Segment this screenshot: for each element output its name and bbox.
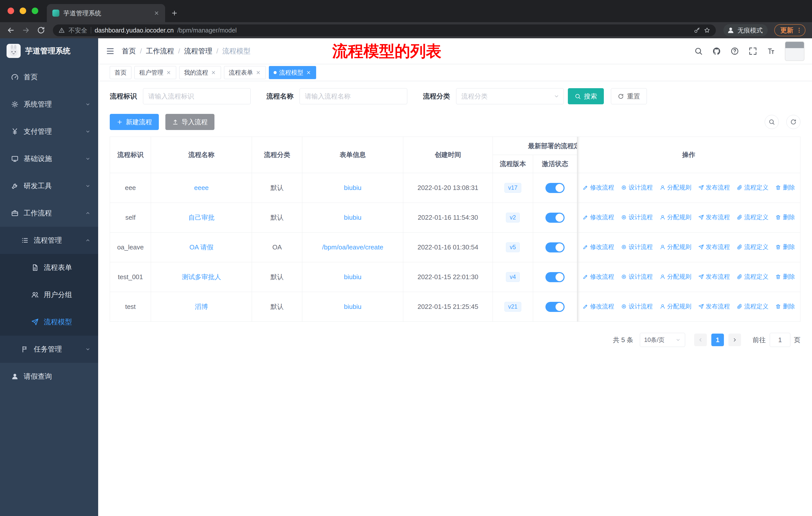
not-secure-warning-icon[interactable] — [58, 27, 65, 33]
reset-button[interactable]: 重置 — [611, 88, 647, 104]
reload-icon[interactable] — [37, 26, 45, 34]
forward-icon[interactable] — [22, 26, 30, 34]
process-name-link[interactable]: 自己审批 — [188, 214, 214, 221]
action-design-process[interactable]: 设计流程 — [621, 273, 653, 281]
breadcrumb-workflow[interactable]: 工作流程 — [146, 46, 174, 56]
bookmark-star-icon[interactable] — [704, 27, 710, 33]
action-design-process[interactable]: 设计流程 — [621, 302, 653, 310]
active-toggle[interactable] — [546, 302, 564, 312]
action-publish-process[interactable]: 发布流程 — [698, 302, 730, 310]
process-category-select[interactable]: 流程分类 — [456, 88, 564, 104]
window-minimize-button[interactable] — [20, 7, 26, 14]
action-delete[interactable]: 删除 — [775, 184, 795, 191]
version-badge[interactable]: v4 — [506, 272, 520, 282]
process-id-input[interactable] — [143, 88, 251, 104]
font-size-icon[interactable] — [767, 47, 775, 55]
action-design-process[interactable]: 设计流程 — [621, 213, 653, 221]
version-badge[interactable]: v2 — [506, 213, 520, 222]
action-assign-rule[interactable]: 分配规则 — [660, 184, 691, 191]
action-edit-process[interactable]: 修改流程 — [582, 302, 614, 310]
process-name-link[interactable]: eeee — [194, 184, 209, 191]
sidebar-item-payment-mgmt[interactable]: 支付管理 — [0, 118, 98, 145]
breadcrumb-process-mgmt[interactable]: 流程管理 — [184, 46, 212, 56]
action-process-definition[interactable]: 流程定义 — [737, 302, 768, 310]
search-button[interactable]: 搜索 — [568, 88, 604, 104]
version-badge[interactable]: v5 — [506, 242, 520, 252]
hamburger-icon[interactable] — [106, 47, 115, 56]
menu-dots-icon[interactable] — [796, 27, 803, 33]
toggle-search-button[interactable] — [765, 115, 779, 129]
action-edit-process[interactable]: 修改流程 — [582, 243, 614, 251]
action-delete[interactable]: 删除 — [775, 273, 795, 281]
action-edit-process[interactable]: 修改流程 — [582, 213, 614, 221]
prev-page-button[interactable] — [694, 333, 707, 346]
tag-process-model[interactable]: 流程模型 — [269, 66, 316, 79]
sidebar-item-workflow[interactable]: 工作流程 — [0, 199, 98, 227]
breadcrumb-home[interactable]: 首页 — [122, 46, 136, 56]
close-icon[interactable] — [306, 70, 311, 75]
form-info-link[interactable]: biubiu — [344, 273, 361, 281]
action-publish-process[interactable]: 发布流程 — [698, 184, 730, 191]
action-assign-rule[interactable]: 分配规则 — [660, 213, 691, 221]
tab-close-icon[interactable] — [153, 10, 160, 16]
import-process-button[interactable]: 导入流程 — [165, 114, 214, 130]
tag-tenant-mgmt[interactable]: 租户管理 — [135, 66, 176, 79]
action-assign-rule[interactable]: 分配规则 — [660, 273, 691, 281]
github-icon[interactable] — [712, 47, 721, 55]
tag-my-process[interactable]: 我的流程 — [179, 66, 221, 79]
action-delete[interactable]: 删除 — [775, 243, 795, 251]
password-key-icon[interactable] — [694, 27, 700, 33]
sidebar-item-task-mgmt[interactable]: 任务管理 — [0, 335, 98, 363]
action-process-definition[interactable]: 流程定义 — [737, 213, 768, 221]
sidebar-item-leave-query[interactable]: 请假查询 — [0, 363, 98, 390]
page-size-select[interactable]: 10条/页 — [640, 333, 685, 347]
help-icon[interactable] — [730, 47, 739, 55]
active-toggle[interactable] — [546, 213, 564, 223]
active-toggle[interactable] — [546, 183, 564, 193]
action-process-definition[interactable]: 流程定义 — [737, 273, 768, 281]
sidebar-item-system-mgmt[interactable]: 系统管理 — [0, 91, 98, 118]
action-delete[interactable]: 删除 — [775, 213, 795, 221]
active-toggle[interactable] — [546, 272, 564, 282]
form-info-link[interactable]: /bpm/oa/leave/create — [322, 243, 383, 251]
window-zoom-button[interactable] — [32, 7, 38, 14]
next-page-button[interactable] — [728, 333, 741, 346]
sidebar-item-process-model[interactable]: 流程模型 — [0, 308, 98, 335]
action-assign-rule[interactable]: 分配规则 — [660, 243, 691, 251]
action-design-process[interactable]: 设计流程 — [621, 184, 653, 191]
action-process-definition[interactable]: 流程定义 — [737, 243, 768, 251]
user-avatar[interactable] — [785, 41, 805, 61]
sidebar-item-user-group[interactable]: 用户分组 — [0, 281, 98, 308]
action-publish-process[interactable]: 发布流程 — [698, 273, 730, 281]
sidebar-item-process-mgmt[interactable]: 流程管理 — [0, 227, 98, 254]
action-design-process[interactable]: 设计流程 — [621, 243, 653, 251]
window-close-button[interactable] — [7, 7, 14, 14]
close-icon[interactable] — [166, 70, 171, 75]
current-page-button[interactable]: 1 — [711, 333, 724, 346]
action-assign-rule[interactable]: 分配规则 — [660, 302, 691, 310]
action-edit-process[interactable]: 修改流程 — [582, 184, 614, 191]
process-name-link[interactable]: 测试多审批人 — [182, 273, 221, 281]
browser-tab[interactable]: 芋道管理系统 — [47, 4, 165, 22]
fullscreen-icon[interactable] — [749, 47, 757, 55]
process-name-input[interactable] — [299, 88, 407, 104]
tag-process-form[interactable]: 流程表单 — [224, 66, 266, 79]
back-icon[interactable] — [6, 26, 15, 34]
refresh-table-button[interactable] — [786, 115, 801, 129]
action-edit-process[interactable]: 修改流程 — [582, 273, 614, 281]
version-badge[interactable]: v17 — [504, 183, 521, 193]
goto-page-input[interactable] — [770, 333, 790, 347]
security-label[interactable]: 不安全 — [68, 26, 87, 34]
version-badge[interactable]: v21 — [504, 302, 521, 312]
close-icon[interactable] — [211, 70, 216, 75]
process-name-link[interactable]: 滔博 — [195, 303, 208, 310]
action-process-definition[interactable]: 流程定义 — [737, 184, 768, 191]
form-info-link[interactable]: biubiu — [344, 303, 361, 310]
action-delete[interactable]: 删除 — [775, 302, 795, 310]
search-icon[interactable] — [694, 47, 703, 55]
process-name-link[interactable]: OA 请假 — [189, 243, 213, 251]
action-publish-process[interactable]: 发布流程 — [698, 243, 730, 251]
form-info-link[interactable]: biubiu — [344, 184, 361, 191]
close-icon[interactable] — [256, 70, 261, 75]
create-process-button[interactable]: 新建流程 — [110, 114, 159, 130]
